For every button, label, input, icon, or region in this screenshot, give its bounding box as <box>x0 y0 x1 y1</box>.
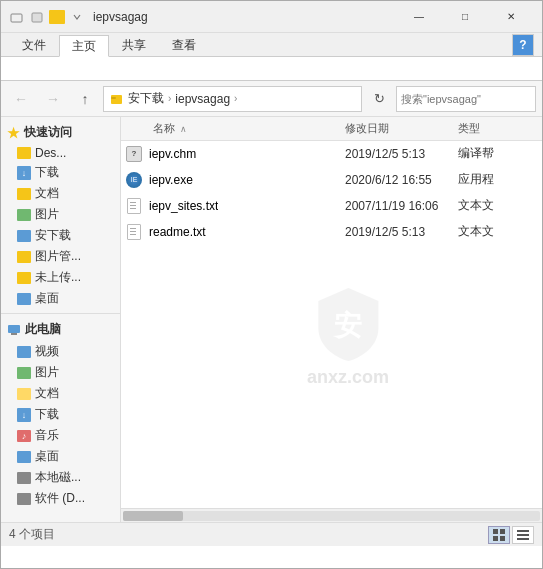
svg-rect-2 <box>111 95 122 104</box>
folder-blue-icon <box>17 230 31 242</box>
sidebar-item-label: 文档 <box>35 385 59 402</box>
file-name: iepv.chm <box>149 147 196 161</box>
sidebar-item-music[interactable]: ♪ 音乐 <box>1 425 120 446</box>
back-button[interactable]: ← <box>7 86 35 112</box>
sidebar-item-drive-c[interactable]: 本地磁... <box>1 467 120 488</box>
this-pc-label: 此电脑 <box>25 321 61 338</box>
forward-button[interactable]: → <box>39 86 67 112</box>
tab-view[interactable]: 查看 <box>159 34 209 56</box>
sidebar-item-label: 图片 <box>35 364 59 381</box>
tab-file[interactable]: 文件 <box>9 34 59 56</box>
svg-rect-10 <box>500 536 505 541</box>
svg-rect-4 <box>8 325 20 333</box>
pic-icon <box>17 209 31 221</box>
scroll-thumb[interactable] <box>123 511 183 521</box>
ribbon: 文件 主页 共享 查看 ? <box>1 33 542 81</box>
tab-home[interactable]: 主页 <box>59 35 109 57</box>
path-arrow-1: › <box>168 93 171 104</box>
col-type-header[interactable]: 类型 <box>458 121 538 136</box>
svg-rect-1 <box>32 13 42 22</box>
list-icon <box>517 529 529 541</box>
status-bar: 4 个项目 <box>1 522 542 546</box>
quick-access-label: 快速访问 <box>24 124 72 141</box>
drive-icon <box>17 472 31 484</box>
sidebar-item-label: 下载 <box>35 164 59 181</box>
dl-icon: ↓ <box>17 408 31 422</box>
sidebar-item-label: 图片管... <box>35 248 81 265</box>
file-name: readme.txt <box>149 225 206 239</box>
sidebar-item-label: 桌面 <box>35 448 59 465</box>
svg-text:安: 安 <box>332 309 362 341</box>
sidebar-item-anzai-quick[interactable]: 安下载 <box>1 225 120 246</box>
col-date-header[interactable]: 修改日期 <box>345 121 458 136</box>
view-grid-button[interactable] <box>488 526 510 544</box>
sidebar-item-desktop-quick2[interactable]: 桌面 <box>1 288 120 309</box>
sidebar-item-download-quick[interactable]: ↓ 下载 <box>1 162 120 183</box>
sidebar-item-label: 未上传... <box>35 269 81 286</box>
svg-rect-5 <box>11 333 17 335</box>
sidebar-item-pics-quick[interactable]: 图片 <box>1 204 120 225</box>
help-button[interactable]: ? <box>512 34 534 56</box>
quick-access-star: ★ <box>7 125 20 141</box>
file-name: iepv_sites.txt <box>149 199 218 213</box>
file-type: 应用程 <box>458 171 538 188</box>
sidebar-quick-access-header[interactable]: ★ 快速访问 <box>1 121 120 144</box>
file-date: 2019/12/5 5:13 <box>345 147 458 161</box>
window-icon-2 <box>29 9 45 25</box>
sidebar-item-desktop-quick[interactable]: Des... <box>1 144 120 162</box>
path-folder-icon <box>110 92 124 106</box>
col-name-header[interactable]: 名称 ∧ <box>125 121 345 136</box>
desktop-icon <box>17 451 31 463</box>
svg-rect-8 <box>500 529 505 534</box>
column-header: 名称 ∧ 修改日期 类型 <box>121 117 542 141</box>
up-button[interactable]: ↑ <box>71 86 99 112</box>
sidebar-item-video[interactable]: 视频 <box>1 341 120 362</box>
file-name-cell: IE iepv.exe <box>125 171 345 189</box>
sidebar-item-docs-quick[interactable]: 文档 <box>1 183 120 204</box>
table-row[interactable]: iepv_sites.txt 2007/11/19 16:06 文本文 <box>121 193 542 219</box>
sidebar-item-dl[interactable]: ↓ 下载 <box>1 404 120 425</box>
horizontal-scrollbar[interactable] <box>121 508 542 522</box>
item-count: 4 个项目 <box>9 526 55 543</box>
sidebar-item-picsmgr-quick[interactable]: 图片管... <box>1 246 120 267</box>
refresh-button[interactable]: ↻ <box>366 86 392 112</box>
title-bar-icons <box>9 9 85 25</box>
content-area: 名称 ∧ 修改日期 类型 安 anxz.com <box>121 117 542 522</box>
table-row[interactable]: ? iepv.chm 2019/12/5 5:13 编译帮 <box>121 141 542 167</box>
chm-file-icon: ? <box>125 145 143 163</box>
drive-icon <box>17 493 31 505</box>
address-path[interactable]: 安下载 › iepvsagag › <box>103 86 362 112</box>
search-input[interactable] <box>401 93 539 105</box>
sidebar-item-doc[interactable]: 文档 <box>1 383 120 404</box>
sidebar-item-label: 安下载 <box>35 227 71 244</box>
table-row[interactable]: IE iepv.exe 2020/6/12 16:55 应用程 <box>121 167 542 193</box>
file-name: iepv.exe <box>149 173 193 187</box>
download-icon: ↓ <box>17 166 31 180</box>
tab-share[interactable]: 共享 <box>109 34 159 56</box>
sidebar-item-upload-quick[interactable]: 未上传... <box>1 267 120 288</box>
sidebar-item-label: 音乐 <box>35 427 59 444</box>
svg-rect-3 <box>111 97 116 99</box>
file-list: 安 anxz.com ? iepv.chm 2019/12/5 5:13 编译帮 <box>121 141 542 508</box>
desktop-icon <box>17 293 31 305</box>
close-button[interactable]: ✕ <box>488 1 534 33</box>
minimize-button[interactable]: — <box>396 1 442 33</box>
sidebar-item-pic[interactable]: 图片 <box>1 362 120 383</box>
folder-icon <box>17 188 31 200</box>
sidebar-item-desktop2[interactable]: 桌面 <box>1 446 120 467</box>
table-row[interactable]: readme.txt 2019/12/5 5:13 文本文 <box>121 219 542 245</box>
path-arrow-2: › <box>234 93 237 104</box>
search-box[interactable]: 🔍 <box>396 86 536 112</box>
sidebar-item-drive-d[interactable]: 软件 (D... <box>1 488 120 509</box>
sidebar-divider <box>1 313 120 314</box>
sidebar-item-label: 图片 <box>35 206 59 223</box>
title-bar: iepvsagag — □ ✕ <box>1 1 542 33</box>
scroll-track[interactable] <box>123 511 540 521</box>
maximize-button[interactable]: □ <box>442 1 488 33</box>
sidebar-item-label: Des... <box>35 146 66 160</box>
sidebar-this-pc-header[interactable]: 此电脑 <box>1 318 120 341</box>
address-bar: ← → ↑ 安下载 › iepvsagag › ↻ 🔍 <box>1 81 542 117</box>
watermark-shield-icon: 安 <box>308 283 388 363</box>
window-controls[interactable]: — □ ✕ <box>396 1 534 33</box>
view-list-button[interactable] <box>512 526 534 544</box>
